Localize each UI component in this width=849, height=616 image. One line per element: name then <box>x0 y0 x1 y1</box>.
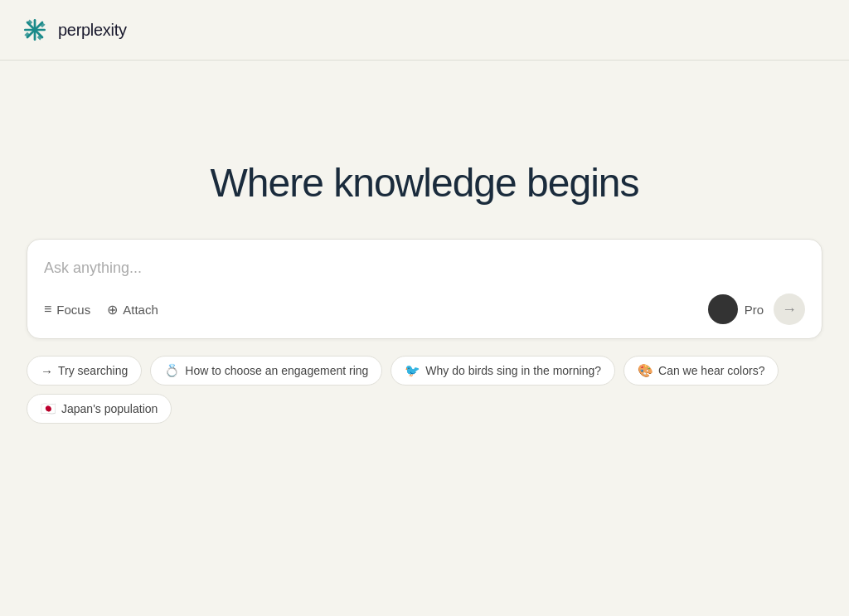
attach-label: Attach <box>123 303 158 317</box>
suggestion-chip[interactable]: 🇯🇵Japan's population <box>27 394 172 424</box>
pro-toggle[interactable]: Pro <box>708 294 764 324</box>
logo-text: perplexity <box>58 21 127 40</box>
chip-icon: → <box>41 364 53 378</box>
chip-text: Try searching <box>58 364 128 377</box>
suggestion-chip[interactable]: →Try searching <box>27 356 142 386</box>
chip-text: How to choose an engagement ring <box>185 364 368 377</box>
header: perplexity <box>0 0 849 61</box>
suggestion-chip[interactable]: 🎨Can we hear colors? <box>623 356 779 386</box>
suggestion-chip[interactable]: 🐦Why do birds sing in the morning? <box>391 356 615 386</box>
submit-arrow-icon: → <box>782 301 797 318</box>
search-footer-left: ≡ Focus ⊕ Attach <box>44 298 158 321</box>
chip-text: Japan's population <box>61 402 158 415</box>
attach-button[interactable]: ⊕ Attach <box>107 298 158 321</box>
chip-icon: 🎨 <box>638 363 653 378</box>
chip-icon: 💍 <box>164 363 180 378</box>
suggestion-chip[interactable]: 💍How to choose an engagement ring <box>150 356 382 386</box>
perplexity-logo-icon <box>20 15 50 45</box>
search-box: ≡ Focus ⊕ Attach Pro → <box>27 239 822 339</box>
search-input[interactable] <box>44 256 805 290</box>
attach-icon: ⊕ <box>107 302 118 318</box>
suggestions-container: →Try searching💍How to choose an engageme… <box>27 356 822 424</box>
focus-label: Focus <box>56 303 90 317</box>
focus-icon: ≡ <box>44 302 51 317</box>
pro-label: Pro <box>745 303 764 317</box>
chip-icon: 🇯🇵 <box>41 401 56 416</box>
focus-button[interactable]: ≡ Focus <box>44 298 90 320</box>
main-content: Where knowledge begins ≡ Focus ⊕ Attach … <box>0 61 849 457</box>
page-headline: Where knowledge begins <box>211 160 639 206</box>
submit-button[interactable]: → <box>774 293 805 325</box>
chip-text: Can we hear colors? <box>658 364 764 377</box>
logo[interactable]: perplexity <box>20 15 127 45</box>
search-footer: ≡ Focus ⊕ Attach Pro → <box>44 293 805 325</box>
chip-text: Why do birds sing in the morning? <box>425 364 601 377</box>
toggle-circle[interactable] <box>708 294 738 324</box>
chip-icon: 🐦 <box>405 363 420 378</box>
search-footer-right: Pro → <box>708 293 805 325</box>
